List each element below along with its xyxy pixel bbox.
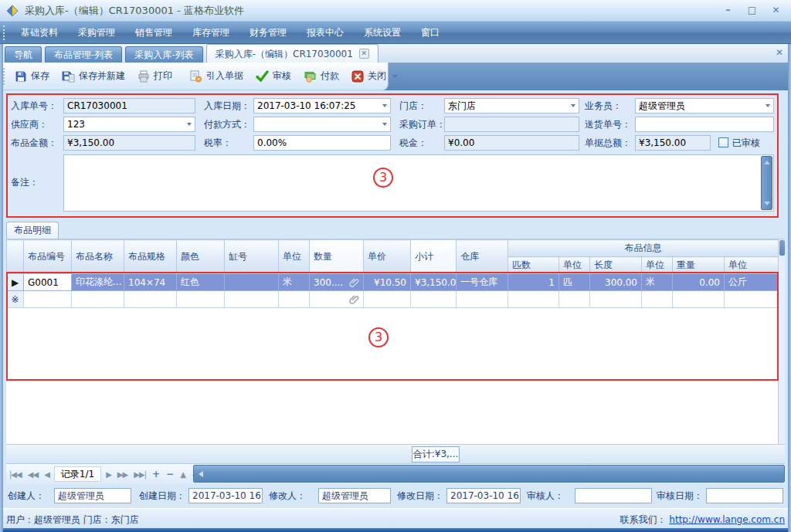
cell-pieces-unit[interactable]: 匹	[559, 274, 590, 291]
website-link[interactable]: http://www.lange.com.cn	[669, 514, 785, 525]
cell-length-unit[interactable]: 米	[642, 274, 673, 291]
title-bar: 采购入库-（编辑）CR17030001 - 蓝格布业软件 – □ ✕	[0, 0, 791, 22]
cell-price[interactable]: ¥10.50	[364, 274, 411, 291]
scroll-left-icon[interactable]	[199, 471, 203, 477]
menu-item-window[interactable]: 窗口	[411, 22, 450, 44]
maximize-button[interactable]: □	[742, 3, 762, 18]
store-field[interactable]: 东门店	[444, 98, 579, 114]
scroll-up-icon[interactable]	[764, 161, 770, 164]
tab-fabric-detail[interactable]: 布品明细	[6, 222, 59, 239]
chevron-down-icon[interactable]	[382, 123, 387, 126]
new-row[interactable]: ※	[7, 291, 779, 308]
cell-qty-empty[interactable]	[310, 291, 364, 308]
date-field[interactable]: 2017-03-10 16:07:25	[253, 98, 391, 114]
tab-purchase-in-edit[interactable]: 采购入库-（编辑）CR17030001 ✕	[206, 44, 379, 63]
remark-scrollbar[interactable]	[761, 156, 772, 210]
col-header-warehouse[interactable]: 仓库	[457, 240, 508, 274]
nav-next-page-button[interactable]: ▶▶	[114, 470, 131, 479]
chevron-down-icon[interactable]	[571, 104, 575, 107]
cell-pieces[interactable]: 1	[508, 274, 559, 291]
col-header-spec[interactable]: 布品规格	[124, 240, 177, 274]
col-header-weight-unit[interactable]: 单位	[725, 257, 779, 274]
col-header-length-unit[interactable]: 单位	[642, 257, 673, 274]
status-bar: 用户：超级管理员 门店：东门店 联系我们： http://www.lange.c…	[0, 508, 791, 532]
tab-purchase-in-list[interactable]: 采购入库-列表	[125, 46, 202, 63]
paperclip-icon[interactable]	[349, 277, 359, 287]
cell-length[interactable]: 300.00	[590, 274, 642, 291]
col-header-length[interactable]: 长度	[590, 257, 642, 274]
col-header-color[interactable]: 颜色	[177, 240, 225, 274]
pay-method-field[interactable]	[253, 117, 391, 132]
cell-name[interactable]: 印花涤纶...	[72, 274, 124, 291]
import-document-button[interactable]: 引入单据	[183, 66, 250, 87]
audited-checkbox[interactable]	[718, 137, 728, 147]
close-window-button[interactable]: ✕	[766, 3, 786, 18]
col-header-price[interactable]: 单价	[364, 240, 411, 274]
cell-weight[interactable]: 0.00	[673, 274, 725, 291]
nav-delete-button[interactable]: −	[163, 469, 177, 479]
scroll-down-icon[interactable]	[764, 202, 770, 205]
supplier-label: 供应商：	[11, 117, 48, 132]
chevron-down-icon[interactable]	[187, 123, 192, 126]
save-and-new-button[interactable]: 保存并新建	[56, 66, 131, 87]
menu-item-sales[interactable]: 销售管理	[125, 22, 182, 44]
nav-add-button[interactable]: +	[149, 469, 163, 479]
supplier-field[interactable]: 123	[63, 117, 195, 132]
chevron-down-icon[interactable]	[382, 104, 387, 107]
col-header-name[interactable]: 布品名称	[72, 240, 124, 274]
cell-color[interactable]: 红色	[177, 274, 225, 291]
pay-button[interactable]: 付款	[297, 66, 345, 87]
delivery-no-field[interactable]	[635, 117, 774, 132]
remark-textarea[interactable]	[63, 154, 774, 212]
nav-edit-button[interactable]: ▲	[177, 470, 188, 479]
import-document-icon	[189, 70, 202, 83]
cell-weight-unit[interactable]: 公斤	[725, 274, 779, 291]
row-indicator-header	[7, 240, 24, 274]
tabstrip-close-icon[interactable]: ✕	[776, 47, 783, 58]
col-header-code[interactable]: 布品编号	[24, 240, 72, 274]
tab-close-icon[interactable]: ✕	[359, 49, 369, 59]
grid-horizontal-scrollbar[interactable]	[193, 465, 785, 483]
col-header-weight[interactable]: 重量	[673, 257, 725, 274]
col-header-vat[interactable]: 缸号	[225, 240, 279, 274]
col-header-pieces-unit[interactable]: 单位	[559, 257, 590, 274]
close-document-button[interactable]: 关闭	[345, 66, 404, 87]
paperclip-icon[interactable]	[349, 294, 359, 304]
nav-first-button[interactable]: |◀◀	[6, 470, 25, 479]
menu-item-purchase[interactable]: 采购管理	[68, 22, 125, 44]
app-window: 采购入库-（编辑）CR17030001 - 蓝格布业软件 – □ ✕ 基础资料 …	[0, 0, 791, 532]
col-header-qty[interactable]: 数量	[310, 240, 364, 274]
cell-subtotal[interactable]: ¥3,150.00	[411, 274, 457, 291]
nav-next-button[interactable]: ▶	[103, 470, 114, 479]
menu-item-base-data[interactable]: 基础资料	[11, 22, 68, 44]
col-header-subtotal[interactable]: 小计	[411, 240, 457, 274]
nav-last-button[interactable]: ▶▶|	[131, 470, 149, 479]
close-dropdown-icon[interactable]	[392, 75, 398, 78]
cell-qty[interactable]: 300....	[310, 274, 364, 291]
col-header-pieces[interactable]: 匹数	[508, 257, 559, 274]
col-header-unit[interactable]: 单位	[279, 240, 310, 274]
tax-rate-field[interactable]: 0.00%	[253, 135, 391, 151]
cell-code-editor[interactable]: G0001	[24, 274, 72, 291]
grid-vertical-scrollbar[interactable]	[778, 239, 785, 445]
nav-prev-page-button[interactable]: ◀◀	[25, 470, 41, 479]
menu-item-inventory[interactable]: 库存管理	[182, 22, 239, 44]
menu-item-system[interactable]: 系统设置	[354, 22, 411, 44]
salesman-field[interactable]: 超级管理员	[635, 98, 774, 114]
audit-button[interactable]: 审核	[250, 66, 297, 87]
menu-item-finance[interactable]: 财务管理	[239, 22, 297, 44]
chevron-down-icon[interactable]	[766, 104, 770, 107]
nav-prev-button[interactable]: ◀	[41, 470, 53, 479]
table-row[interactable]: ▶ G0001 印花涤纶... 104×74 红色 米 300.... ¥10.…	[7, 274, 779, 291]
cell-warehouse[interactable]: 一号仓库	[457, 274, 508, 291]
tab-navigation[interactable]: 导航	[5, 46, 42, 63]
cell-unit[interactable]: 米	[279, 274, 310, 291]
save-button[interactable]: 保存	[8, 66, 56, 87]
cell-vat[interactable]	[225, 274, 279, 291]
print-button[interactable]: 打印	[131, 66, 178, 87]
cell-spec[interactable]: 104×74	[124, 274, 177, 291]
tab-fabric-list[interactable]: 布品管理-列表	[45, 46, 122, 63]
menu-item-reports[interactable]: 报表中心	[297, 22, 354, 44]
minimize-button[interactable]: –	[718, 3, 738, 18]
tax-rate-label: 税率：	[204, 135, 232, 151]
